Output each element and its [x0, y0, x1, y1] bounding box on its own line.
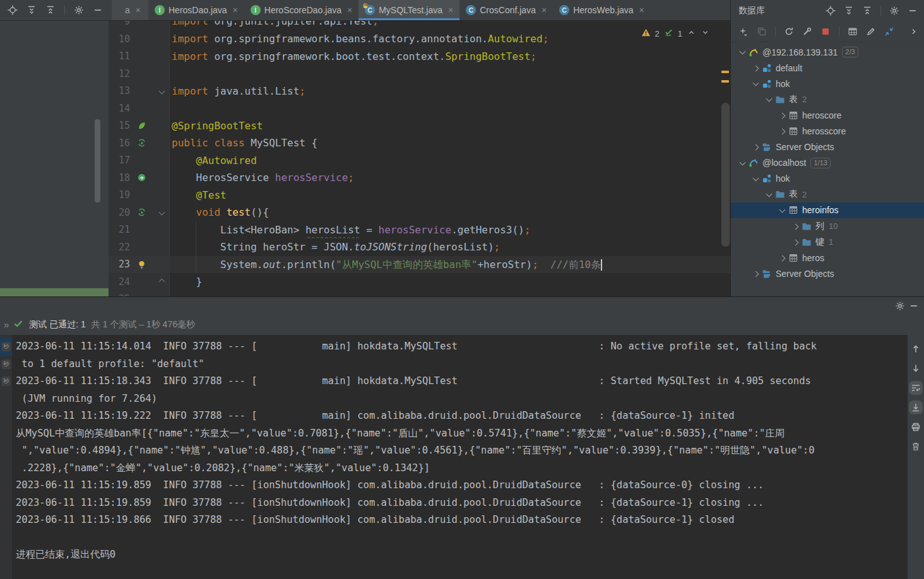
tab-HerosWeb.java[interactable]: CHerosWeb.java×	[553, 0, 651, 20]
tree-row-Server Objects[interactable]: Server Objects	[731, 266, 924, 281]
expand-all-icon[interactable]	[27, 5, 37, 15]
log-fold-badge-icon[interactable]: 秒	[1, 377, 11, 386]
jump-icon[interactable]	[884, 26, 894, 37]
code-line-13[interactable]: 13import java.util.List;	[109, 83, 730, 100]
run-test-icon[interactable]	[133, 137, 150, 149]
tree-row-hok[interactable]: hok	[731, 76, 924, 91]
wrench-icon[interactable]	[802, 26, 812, 37]
up-icon[interactable]	[911, 344, 921, 354]
expand-all-icon[interactable]	[844, 6, 854, 16]
close-icon[interactable]: ×	[542, 5, 547, 15]
tree-row-heroinfos[interactable]: heroinfos	[731, 202, 924, 218]
tree-chevron-icon[interactable]	[750, 82, 761, 85]
expand-chevrons-icon[interactable]: »	[4, 319, 8, 330]
hide-icon[interactable]	[908, 6, 918, 16]
spring-bean-icon[interactable]	[133, 172, 150, 184]
tree-chevron-icon[interactable]	[790, 224, 801, 229]
tree-row-hok[interactable]: hok	[731, 171, 924, 187]
stop-icon[interactable]	[820, 26, 831, 37]
fold-marker-icon[interactable]	[157, 210, 166, 214]
tree-chevron-icon[interactable]	[777, 129, 788, 134]
close-icon[interactable]: ×	[233, 5, 238, 15]
editor-scrollbar[interactable]	[720, 21, 730, 296]
tree-row-表[interactable]: 表2	[731, 91, 924, 107]
close-icon[interactable]: ×	[448, 5, 453, 15]
code-line-17[interactable]: 17 @Autowired	[109, 152, 730, 170]
table-icon[interactable]	[848, 26, 858, 37]
tree-chevron-icon[interactable]	[777, 209, 788, 212]
console[interactable]: 秒秒秒 2023-06-11 11:15:14.014 INFO 37788 -…	[0, 335, 908, 579]
code-line-16[interactable]: 16public class MySQLTest {	[109, 134, 730, 152]
code-line-18[interactable]: 18 HerosService herosService;	[109, 169, 730, 187]
run-test-icon[interactable]	[133, 207, 150, 218]
collapse-all-icon[interactable]	[45, 5, 56, 15]
code-line-10[interactable]: 10import org.springframework.beans.facto…	[109, 30, 730, 48]
code-line-19[interactable]: 19 @Test	[109, 187, 730, 204]
inspections-widget[interactable]: 2 1	[639, 26, 713, 40]
tree-row-heros[interactable]: heros	[731, 250, 924, 266]
tree-row-键[interactable]: 键1	[731, 234, 924, 250]
fold-marker-icon[interactable]	[157, 279, 166, 284]
scrollbar-thumb[interactable]	[721, 103, 730, 247]
tree-row-表[interactable]: 表2	[731, 187, 924, 202]
log-fold-badge-icon[interactable]: 秒	[1, 342, 11, 351]
lightbulb-icon[interactable]	[133, 259, 150, 270]
code-line-14[interactable]: 14	[109, 100, 730, 117]
log-fold-badge-icon[interactable]: 秒	[1, 360, 11, 369]
tree-chevron-icon[interactable]	[750, 144, 761, 149]
edit-icon[interactable]	[866, 26, 876, 37]
tab-truncated[interactable]: a×	[112, 0, 148, 20]
tree-chevron-icon[interactable]	[790, 240, 801, 245]
tab-HerosDao.java[interactable]: IHerosDao.java×	[148, 0, 244, 20]
code-line-21[interactable]: 21 List<HeroBan> herosList = herosServic…	[109, 221, 730, 239]
prev-issue-icon[interactable]	[687, 28, 696, 39]
tree-chevron-icon[interactable]	[764, 98, 774, 101]
tree-chevron-icon[interactable]	[750, 66, 761, 71]
tree-row-heroscore[interactable]: heroscore	[731, 107, 924, 123]
close-icon[interactable]: ×	[639, 5, 644, 15]
close-icon[interactable]: ×	[347, 5, 352, 15]
tree-chevron-icon[interactable]	[750, 271, 761, 276]
hide-icon[interactable]	[93, 5, 103, 15]
tab-CrosConf.java[interactable]: CCrosConf.java×	[459, 0, 553, 20]
tab-MySQLTest.java[interactable]: CMySQLTest.java×	[358, 0, 459, 20]
collapse-all-icon[interactable]	[862, 6, 872, 16]
tree-chevron-icon[interactable]	[737, 50, 748, 54]
add-icon[interactable]	[738, 26, 749, 37]
warning-stripe-mark[interactable]	[721, 80, 729, 83]
settings-icon[interactable]	[74, 5, 84, 15]
clear-icon[interactable]	[911, 442, 921, 452]
tree-row-@localhost[interactable]: @localhost1/13	[731, 155, 924, 171]
code-line-24[interactable]: 24 }	[109, 273, 730, 291]
settings-icon[interactable]	[889, 6, 899, 16]
code-line-23[interactable]: 23 System.out.println("从MySQL中查询的英雄ban率"…	[109, 256, 730, 274]
locate-icon[interactable]	[826, 6, 836, 16]
tree-row-herosscore[interactable]: herosscore	[731, 123, 924, 139]
scroll-end-icon[interactable]	[911, 402, 921, 412]
down-icon[interactable]	[911, 363, 921, 373]
tree-chevron-icon[interactable]	[777, 113, 788, 118]
tree-chevron-icon[interactable]	[764, 193, 774, 196]
refresh-icon[interactable]	[784, 26, 794, 37]
code-line-9[interactable]: 9import org.junit.jupiter.api.Test;	[109, 21, 730, 30]
close-icon[interactable]: ×	[136, 5, 141, 15]
code-editor[interactable]: 9import org.junit.jupiter.api.Test;10imp…	[109, 21, 730, 296]
locate-icon[interactable]	[8, 5, 18, 15]
hide-icon[interactable]	[909, 301, 919, 311]
print-icon[interactable]	[911, 422, 921, 432]
tree-row-Server Objects[interactable]: Server Objects	[731, 139, 924, 155]
code-line-25[interactable]: 25	[109, 291, 730, 297]
tree-row-列[interactable]: 列10	[731, 218, 924, 234]
code-line-15[interactable]: 15@SpringBootTest	[109, 117, 730, 135]
code-line-20[interactable]: 20 void test(){	[109, 204, 730, 221]
code-line-11[interactable]: 11import org.springframework.boot.test.c…	[109, 48, 730, 66]
copy-icon[interactable]	[757, 26, 767, 37]
warning-stripe-mark[interactable]	[721, 71, 729, 73]
left-panel-scrollbar[interactable]	[95, 119, 100, 202]
next-issue-icon[interactable]	[701, 28, 710, 39]
code-line-12[interactable]: 12	[109, 65, 730, 83]
code-line-22[interactable]: 22 String heroStr = JSON.toJSONString(he…	[109, 238, 730, 256]
settings-icon[interactable]	[895, 301, 905, 311]
soft-wrap-icon[interactable]	[911, 383, 921, 393]
tab-HeroScoreDao.java[interactable]: IHeroScoreDao.java×	[244, 0, 358, 20]
